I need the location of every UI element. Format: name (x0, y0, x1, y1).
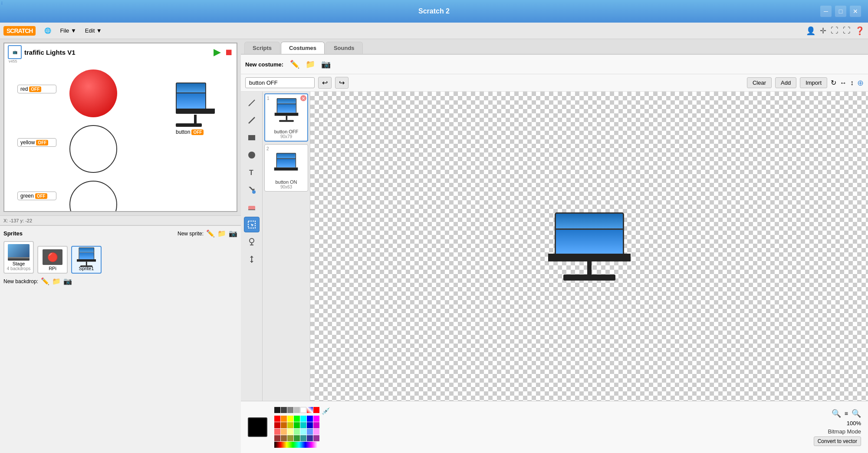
redo-button[interactable]: ↪ (335, 77, 349, 89)
c-r25[interactable] (294, 435, 300, 441)
flip-v-icon[interactable]: ↕ (850, 79, 854, 87)
paint-new-sprite-button[interactable]: ✏️ (206, 229, 215, 238)
expand-icon[interactable]: ⛶ (831, 26, 838, 35)
c-r9[interactable] (281, 422, 287, 428)
eraser-draw-tool[interactable] (244, 199, 260, 215)
c-r18[interactable] (294, 429, 300, 435)
costume-close-1[interactable]: ✕ (300, 95, 306, 101)
main-color-swatch[interactable] (248, 417, 267, 437)
c-r20[interactable] (307, 429, 313, 435)
maximize-button[interactable]: □ (835, 6, 846, 17)
flip-h-icon[interactable]: ↔ (840, 79, 847, 87)
green-label[interactable]: green OFF (17, 192, 56, 200)
text-draw-tool[interactable]: T (244, 165, 260, 180)
c-r6[interactable] (307, 416, 313, 422)
c-r5[interactable] (300, 416, 306, 422)
c-r10[interactable] (287, 422, 293, 428)
c-r3[interactable] (287, 416, 293, 422)
title-bar: Scratch 2 ─ □ ✕ (0, 0, 868, 23)
c-r24[interactable] (287, 435, 293, 441)
zoom-in-button[interactable]: 🔍 (852, 409, 861, 418)
canvas-area[interactable] (310, 92, 868, 401)
c-r12[interactable] (300, 422, 306, 428)
color-rainbow[interactable] (307, 407, 313, 413)
c-r23[interactable] (281, 435, 287, 441)
color-black[interactable] (274, 407, 280, 413)
c-r15[interactable] (274, 429, 280, 435)
paint-costume-button[interactable]: ✏️ (289, 58, 301, 70)
convert-vector-button[interactable]: Convert to vector (814, 436, 861, 446)
camera-backdrop-button[interactable]: 📷 (63, 277, 72, 285)
pencil-draw-tool[interactable] (244, 95, 260, 111)
color-white[interactable] (300, 407, 306, 413)
c-r28[interactable] (313, 435, 319, 441)
zoom-out-button[interactable]: 🔍 (832, 409, 841, 418)
crosshair-icon[interactable]: ✛ (820, 26, 826, 36)
minimize-button[interactable]: ─ (820, 6, 832, 17)
paint-backdrop-button[interactable]: ✏️ (41, 277, 49, 285)
globe-button[interactable]: 🌐 (41, 26, 55, 36)
c-r4[interactable] (294, 416, 300, 422)
c-r14[interactable] (313, 422, 319, 428)
tab-scripts[interactable]: Scripts (244, 42, 280, 54)
c-r11[interactable] (294, 422, 300, 428)
line-draw-tool[interactable] (244, 112, 260, 128)
costume-item-2[interactable]: 2 button ON 90x63 (264, 144, 308, 192)
color-lightgray[interactable] (294, 407, 300, 413)
resize-draw-tool[interactable] (244, 251, 260, 267)
edit-menu[interactable]: Edit ▼ (82, 26, 105, 36)
c-r26[interactable] (300, 435, 306, 441)
costume-item-1[interactable]: ✕ 1 button OFF (264, 93, 308, 142)
c-r2[interactable] (281, 416, 287, 422)
c-gradient[interactable] (274, 442, 318, 448)
sprites-header: Sprites New sprite: ✏️ 📁 📷 (3, 229, 237, 238)
clear-button[interactable]: Clear (747, 77, 772, 88)
camera-sprite-button[interactable]: 📷 (229, 229, 237, 238)
help-icon[interactable]: ❓ (855, 26, 865, 36)
c-r21[interactable] (313, 429, 319, 435)
upload-sprite-button[interactable]: 📁 (217, 229, 226, 238)
play-button[interactable]: ▶ (214, 46, 221, 58)
sprite-item-rpi[interactable]: 🔴 RPi (37, 246, 68, 274)
c-r1[interactable] (274, 416, 280, 422)
select-draw-tool[interactable] (244, 217, 260, 232)
red-label[interactable]: red OFF (17, 85, 56, 93)
sprite-item-sprite1[interactable]: i Sprite1 (71, 246, 102, 274)
camera-costume-button[interactable]: 📷 (320, 58, 332, 70)
button-sprite-stage: button OFF (176, 83, 215, 135)
c-r13[interactable] (307, 422, 313, 428)
color-darkgray1[interactable] (281, 407, 287, 413)
c-r19[interactable] (300, 429, 306, 435)
undo-button[interactable]: ↩ (318, 77, 332, 89)
c-r17[interactable] (287, 429, 293, 435)
rect-draw-tool[interactable] (244, 130, 260, 145)
circle-draw-tool[interactable] (244, 147, 260, 163)
stage-icon: 📺 (8, 45, 22, 59)
stop-button[interactable]: ⏹ (224, 47, 233, 57)
c-r27[interactable] (307, 435, 313, 441)
yellow-label[interactable]: yellow OFF (17, 138, 56, 147)
resize-icon[interactable]: ⊕ (857, 78, 864, 88)
c-r22[interactable] (274, 435, 280, 441)
add-button[interactable]: Add (775, 77, 796, 88)
close-button[interactable]: ✕ (850, 6, 861, 17)
fill-draw-tool[interactable] (244, 182, 260, 198)
color-gray[interactable] (287, 407, 293, 413)
c-r8[interactable] (274, 422, 280, 428)
eyedropper-icon[interactable]: 💉 (322, 407, 330, 415)
rotate-icon[interactable]: ↻ (831, 79, 836, 87)
shrink-icon[interactable]: ⛶ (843, 26, 851, 35)
color-red-line[interactable] (313, 407, 319, 413)
file-menu[interactable]: File ▼ (56, 26, 79, 36)
sprite-item-stage[interactable]: Stage 4 backdrops (3, 241, 34, 274)
tab-costumes[interactable]: Costumes (281, 42, 325, 54)
upload-costume-button[interactable]: 📁 (304, 58, 316, 70)
costume-name-input[interactable] (245, 77, 315, 88)
tab-sounds[interactable]: Sounds (326, 42, 363, 54)
c-r16[interactable] (281, 429, 287, 435)
upload-backdrop-button[interactable]: 📁 (52, 277, 61, 285)
person-icon[interactable]: 👤 (806, 26, 815, 36)
stamp-draw-tool[interactable] (244, 234, 260, 250)
import-button[interactable]: Import (800, 77, 827, 88)
c-r7[interactable] (313, 416, 319, 422)
